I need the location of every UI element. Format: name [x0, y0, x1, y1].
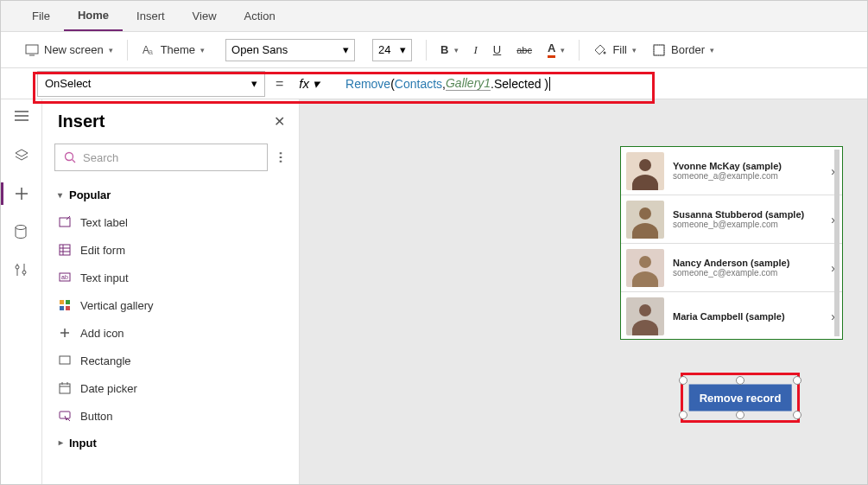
insert-text-input[interactable]: ab Text input: [42, 264, 299, 291]
chevron-down-icon: ▾: [561, 46, 565, 54]
chevron-down-icon: ▾: [200, 46, 205, 54]
font-color-button[interactable]: A▾: [541, 38, 572, 61]
button-icon: [58, 409, 72, 423]
gallery-item[interactable]: Nancy Anderson (sample) someone_c@exampl…: [621, 244, 842, 292]
border-button[interactable]: Border ▾: [645, 40, 721, 61]
resize-handle[interactable]: [793, 411, 801, 419]
theme-icon: Aa: [142, 43, 155, 57]
more-icon[interactable]: ⋯: [274, 151, 288, 163]
item-label: Rectangle: [80, 354, 131, 367]
search-input[interactable]: Search: [54, 144, 268, 171]
avatar: [626, 249, 664, 287]
layers-icon[interactable]: [14, 148, 29, 163]
canvas[interactable]: Yvonne McKay (sample) someone_a@example.…: [300, 99, 867, 485]
insert-button[interactable]: Button: [42, 402, 299, 430]
menu-home[interactable]: Home: [64, 1, 123, 31]
form-icon: [58, 243, 72, 257]
calendar-icon: [58, 381, 72, 395]
svg-rect-38: [60, 412, 70, 418]
chevron-down-icon: ▾: [632, 46, 637, 54]
svg-rect-5: [654, 45, 664, 55]
formula-token: Contacts: [395, 77, 442, 91]
chevron-right-icon[interactable]: ›: [831, 164, 835, 178]
text-label-icon: [58, 215, 72, 229]
new-screen-button[interactable]: New screen ▾: [18, 40, 120, 61]
formula-input[interactable]: Remove( Contacts, Gallery1.Selected ): [325, 76, 867, 91]
cat-popular[interactable]: ▾ Popular: [42, 182, 299, 208]
chevron-down-icon: ▾: [109, 46, 113, 54]
item-label: Edit form: [80, 244, 125, 257]
resize-handle[interactable]: [679, 376, 687, 385]
chevron-down-icon: ▾: [710, 46, 714, 54]
svg-rect-6: [654, 45, 664, 55]
bold-button[interactable]: B▾: [434, 40, 465, 60]
remove-record-button[interactable]: Remove record: [689, 385, 792, 412]
tools-icon[interactable]: [14, 262, 29, 278]
rectangle-icon: [58, 354, 72, 367]
menu-insert[interactable]: Insert: [123, 1, 179, 31]
property-select[interactable]: OnSelect ▾: [37, 71, 265, 97]
svg-point-15: [16, 265, 19, 269]
fill-button[interactable]: Fill ▾: [586, 40, 643, 61]
gallery-control[interactable]: Yvonne McKay (sample) someone_a@example.…: [620, 146, 843, 340]
resize-handle[interactable]: [736, 411, 744, 419]
left-rail: [1, 99, 42, 485]
contact-email: someone_c@example.com: [673, 268, 822, 278]
item-label: Button: [80, 410, 113, 423]
ribbon: New screen ▾ Aa Theme ▾ Open Sans ▾ 24 ▾…: [1, 32, 867, 68]
tree-view-icon[interactable]: [14, 110, 29, 125]
gallery-info: Maria Campbell (sample): [673, 311, 822, 322]
theme-button[interactable]: Aa Theme ▾: [135, 40, 212, 61]
gallery-item[interactable]: Susanna Stubberod (sample) someone_b@exa…: [621, 195, 842, 244]
text-input-icon: ab: [58, 271, 72, 284]
gallery-icon: [58, 298, 72, 312]
data-icon[interactable]: [14, 224, 29, 239]
insert-add-icon[interactable]: Add icon: [42, 319, 299, 347]
insert-text-label[interactable]: Text label: [42, 208, 299, 236]
resize-handle[interactable]: [679, 411, 687, 419]
insert-panel: Insert ✕ Search ⋯ ▾ Popular Text label E…: [42, 99, 300, 485]
chevron-right-icon[interactable]: ›: [831, 213, 835, 227]
contact-name: Nancy Anderson (sample): [673, 258, 822, 268]
resize-handle[interactable]: [736, 376, 744, 385]
menu-view[interactable]: View: [179, 1, 231, 31]
font-select[interactable]: Open Sans ▾: [225, 39, 355, 61]
gallery-item[interactable]: Maria Campbell (sample) ›: [621, 292, 842, 340]
close-icon[interactable]: ✕: [274, 113, 285, 130]
strike-button[interactable]: abc: [510, 41, 539, 59]
insert-rectangle[interactable]: Rectangle: [42, 347, 299, 374]
chevron-right-icon[interactable]: ›: [831, 310, 835, 323]
insert-edit-form[interactable]: Edit form: [42, 236, 299, 264]
cat-input[interactable]: ▾ Input: [42, 430, 299, 456]
divider: [426, 40, 427, 61]
italic-button[interactable]: I: [467, 40, 485, 61]
chevron-right-icon[interactable]: ›: [831, 261, 835, 275]
contact-email: someone_a@example.com: [673, 171, 822, 181]
font-size-select[interactable]: 24 ▾: [372, 39, 412, 61]
menu-action[interactable]: Action: [231, 1, 289, 31]
svg-point-17: [66, 153, 73, 161]
formula-token: .Selected ): [491, 77, 548, 91]
svg-rect-28: [66, 300, 70, 304]
insert-date-picker[interactable]: Date picker: [42, 374, 299, 402]
insert-rail-icon[interactable]: [14, 186, 29, 201]
svg-rect-21: [60, 245, 70, 255]
insert-vertical-gallery[interactable]: Vertical gallery: [42, 291, 299, 319]
svg-rect-34: [60, 384, 70, 393]
item-label: Vertical gallery: [80, 299, 154, 312]
avatar: [626, 201, 664, 239]
underline-button[interactable]: U: [486, 40, 508, 60]
resize-handle[interactable]: [793, 376, 801, 385]
svg-rect-19: [60, 218, 70, 227]
svg-rect-27: [60, 300, 64, 304]
menu-file[interactable]: File: [18, 1, 64, 31]
svg-rect-30: [66, 306, 70, 310]
contact-email: someone_b@example.com: [673, 220, 822, 229]
svg-rect-0: [26, 45, 38, 54]
fx-button[interactable]: fx ▾: [294, 76, 325, 92]
insert-title: Insert: [58, 112, 105, 131]
gallery-item[interactable]: Yvonne McKay (sample) someone_a@example.…: [621, 147, 842, 195]
fx-label: fx: [299, 76, 309, 91]
avatar: [626, 152, 664, 190]
cursor: [549, 77, 550, 91]
